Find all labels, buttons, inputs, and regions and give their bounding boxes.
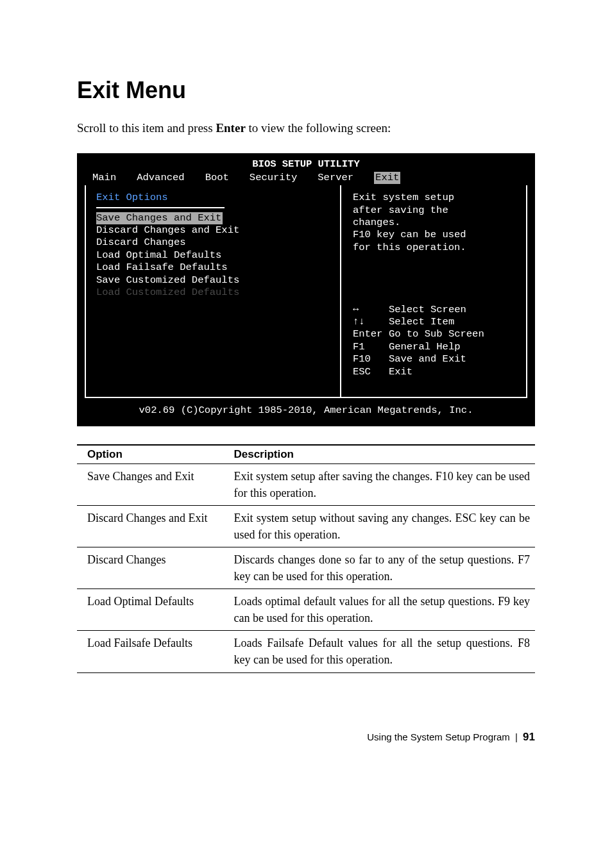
bios-item-load-failsafe-defaults[interactable]: Load Failsafe Defaults <box>96 262 228 273</box>
bios-nav-key-arrows-ud-icon: ↑↓ <box>353 316 389 328</box>
page-footer: Using the System Setup Program | 91 <box>77 731 535 744</box>
intro-key: Enter <box>216 121 245 135</box>
bios-tab-server[interactable]: Server <box>318 172 360 184</box>
bios-tab-boot[interactable]: Boot <box>205 172 235 184</box>
bios-nav-key-f1: F1 <box>353 341 389 353</box>
bios-tab-advanced[interactable]: Advanced <box>137 172 191 184</box>
bios-nav-legend: ↔ Select Screen ↑↓ Select Item Enter Go … <box>353 304 517 391</box>
table-row: Discard Changes and Exit Exit system set… <box>77 505 535 547</box>
table-cell-option: Save Changes and Exit <box>77 463 223 505</box>
bios-left-pane: Exit Options Save Changes and Exit Disca… <box>86 185 341 397</box>
table-cell-desc: Exit system setup after saving the chang… <box>223 463 535 505</box>
bios-nav-label: Go to Sub Screen <box>389 328 484 340</box>
bios-nav-row: ↑↓ Select Item <box>353 316 517 328</box>
bios-help-line: after saving the <box>353 204 517 217</box>
table-row: Load Optimal Defaults Loads optimal defa… <box>77 589 535 631</box>
bios-help-line: for this operation. <box>353 242 517 254</box>
bios-title: BIOS SETUP UTILITY <box>81 157 531 172</box>
bios-item-save-customized-defaults[interactable]: Save Customized Defaults <box>96 274 239 286</box>
table-cell-desc: Loads Failsafe Default values for all th… <box>223 631 535 672</box>
bios-tab-security[interactable]: Security <box>250 172 303 184</box>
intro-paragraph: Scroll to this item and press Enter to v… <box>77 119 535 138</box>
bios-nav-key-arrows-lr-icon: ↔ <box>353 304 389 316</box>
bios-pane-rule <box>96 207 225 208</box>
bios-copyright: v02.69 (C)Copyright 1985-2010, American … <box>81 398 531 421</box>
page-footer-text: Using the System Setup Program <box>367 731 510 742</box>
page-footer-sep: | <box>513 731 520 742</box>
bios-nav-label: Exit <box>389 366 412 378</box>
bios-help-line: Exit system setup <box>353 192 517 204</box>
bios-nav-label: Select Screen <box>389 304 466 316</box>
page-heading: Exit Menu <box>77 77 535 104</box>
bios-tab-main[interactable]: Main <box>92 172 123 184</box>
bios-help-line: changes. <box>353 217 517 229</box>
bios-item-save-changes-and-exit[interactable]: Save Changes and Exit <box>96 212 223 224</box>
table-cell-desc: Discards changes done so far to any of t… <box>223 547 535 589</box>
table-row: Discard Changes Discards changes done so… <box>77 547 535 589</box>
table-cell-option: Discard Changes and Exit <box>77 505 223 547</box>
bios-nav-row: ↔ Select Screen <box>353 304 517 316</box>
bios-help-line: F10 key can be used <box>353 229 517 241</box>
bios-pane-heading: Exit Options <box>96 192 330 204</box>
bios-nav-label: General Help <box>389 341 461 353</box>
options-table: Option Description Save Changes and Exit… <box>77 444 535 673</box>
table-cell-option: Load Optimal Defaults <box>77 589 223 631</box>
bios-nav-row: F10 Save and Exit <box>353 353 517 365</box>
page-number: 91 <box>523 731 535 743</box>
bios-right-pane: Exit system setup after saving the chang… <box>341 185 526 397</box>
table-row: Save Changes and Exit Exit system setup … <box>77 463 535 505</box>
table-row: Load Failsafe Defaults Loads Failsafe De… <box>77 631 535 672</box>
table-header-option: Option <box>77 445 223 464</box>
bios-tab-exit[interactable]: Exit <box>374 172 400 184</box>
bios-nav-label: Select Item <box>389 316 454 328</box>
table-cell-option: Load Failsafe Defaults <box>77 631 223 672</box>
bios-nav-label: Save and Exit <box>389 353 466 365</box>
bios-screenshot: BIOS SETUP UTILITY Main Advanced Boot Se… <box>77 153 535 426</box>
bios-item-load-optimal-defaults[interactable]: Load Optimal Defaults <box>96 249 221 261</box>
bios-nav-key-f10: F10 <box>353 353 389 365</box>
bios-tab-bar: Main Advanced Boot Security Server Exit <box>81 172 531 185</box>
intro-post: to view the following screen: <box>246 121 391 135</box>
table-cell-desc: Loads optimal default values for all the… <box>223 589 535 631</box>
table-cell-desc: Exit system setup without saving any cha… <box>223 505 535 547</box>
bios-nav-row: ESC Exit <box>353 366 517 378</box>
intro-pre: Scroll to this item and press <box>77 121 216 135</box>
table-header-description: Description <box>223 445 535 464</box>
bios-nav-row: Enter Go to Sub Screen <box>353 328 517 340</box>
bios-item-load-customized-defaults: Load Customized Defaults <box>96 287 239 298</box>
bios-item-discard-changes-and-exit[interactable]: Discard Changes and Exit <box>96 224 239 236</box>
bios-help-text: Exit system setup after saving the chang… <box>353 192 517 254</box>
bios-nav-row: F1 General Help <box>353 341 517 353</box>
table-cell-option: Discard Changes <box>77 547 223 589</box>
bios-nav-key-esc: ESC <box>353 366 389 378</box>
bios-item-discard-changes[interactable]: Discard Changes <box>96 237 186 248</box>
bios-nav-key-enter: Enter <box>353 328 389 340</box>
